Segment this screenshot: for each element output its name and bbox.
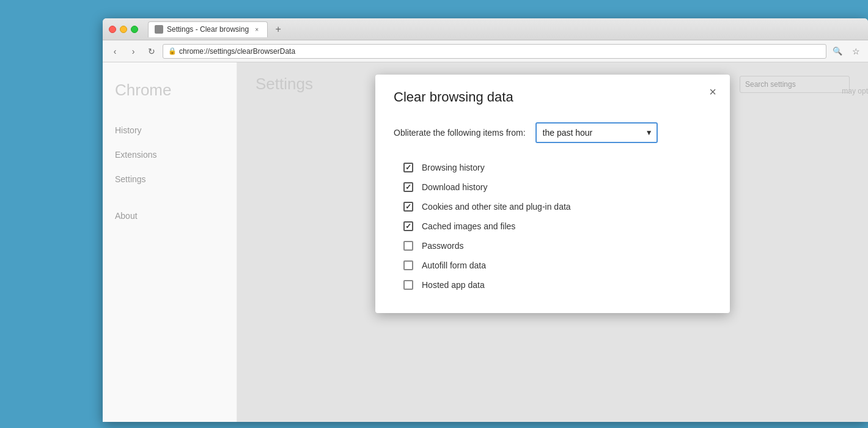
refresh-button[interactable]: ↻ (144, 44, 159, 59)
browsing-history-label: Browsing history (422, 163, 485, 172)
maximize-window-button[interactable] (131, 26, 138, 33)
passwords-label: Passwords (422, 241, 463, 251)
checkbox-row-passwords: Passwords (394, 236, 712, 256)
address-lock-icon: 🔒 (168, 47, 177, 55)
checkbox-row-hosted-app: Hosted app data (394, 275, 712, 295)
cookies-checkbox[interactable] (403, 202, 413, 212)
cached-images-label: Cached images and files (422, 221, 515, 231)
modal-title: Clear browsing data (394, 89, 712, 105)
hosted-app-label: Hosted app data (422, 280, 485, 290)
tab-close-button[interactable]: × (252, 25, 261, 34)
nav-bar: ‹ › ↻ 🔒 chrome://settings/clearBrowserDa… (103, 40, 868, 62)
sidebar-app-title: Chrome (103, 75, 237, 118)
search-button[interactable]: 🔍 (830, 44, 845, 59)
autofill-checkbox[interactable] (403, 260, 413, 270)
time-label: Obliterate the following items from: (394, 128, 526, 138)
main-area: Settings may opt Clear browsing data × O… (237, 62, 868, 422)
forward-button[interactable]: › (126, 44, 141, 59)
hosted-app-checkbox[interactable] (403, 280, 413, 290)
clear-browsing-modal: Clear browsing data × Obliterate the fol… (375, 75, 730, 313)
tab-favicon (155, 25, 163, 34)
minimize-window-button[interactable] (120, 26, 127, 33)
cookies-label: Cookies and other site and plug-in data (422, 202, 571, 212)
time-period-select[interactable]: the past hourthe past daythe past weekth… (535, 122, 658, 143)
sidebar-item-history[interactable]: History (103, 118, 237, 142)
time-select-wrapper: the past hourthe past daythe past weekth… (535, 122, 658, 143)
checkbox-row-cached-images: Cached images and files (394, 216, 712, 236)
checkbox-row-cookies: Cookies and other site and plug-in data (394, 197, 712, 216)
browsing-history-checkbox[interactable] (403, 163, 413, 172)
time-row: Obliterate the following items from: the… (394, 122, 712, 143)
new-tab-button[interactable]: + (270, 21, 286, 37)
sidebar-item-about[interactable]: About (103, 204, 237, 228)
bookmark-button[interactable]: ☆ (848, 44, 863, 59)
download-history-checkbox[interactable] (403, 182, 413, 192)
title-bar: Settings - Clear browsing × + (103, 18, 868, 40)
tab-title: Settings - Clear browsing (167, 25, 249, 34)
sidebar-item-settings[interactable]: Settings (103, 167, 237, 191)
checkbox-row-browsing-history: Browsing history (394, 158, 712, 177)
autofill-label: Autofill form data (422, 260, 486, 270)
modal-close-button[interactable]: × (705, 84, 720, 99)
close-window-button[interactable] (109, 26, 116, 33)
sidebar-item-extensions[interactable]: Extensions (103, 142, 237, 167)
checkbox-row-download-history: Download history (394, 177, 712, 197)
modal-overlay: Clear browsing data × Obliterate the fol… (237, 62, 868, 422)
sidebar: Chrome History Extensions Settings About (103, 62, 237, 422)
cached-images-checkbox[interactable] (403, 221, 413, 231)
address-text: chrome://settings/clearBrowserData (179, 47, 295, 56)
download-history-label: Download history (422, 182, 487, 192)
address-bar[interactable]: 🔒 chrome://settings/clearBrowserData (163, 44, 826, 59)
tab-area: Settings - Clear browsing × + (142, 21, 862, 37)
page-content: Chrome History Extensions Settings About… (103, 62, 868, 422)
checkbox-row-autofill: Autofill form data (394, 256, 712, 275)
browser-tab[interactable]: Settings - Clear browsing × (148, 21, 268, 37)
back-button[interactable]: ‹ (108, 44, 122, 59)
passwords-checkbox[interactable] (403, 241, 413, 251)
browser-window: Settings - Clear browsing × + ‹ › ↻ 🔒 ch… (103, 18, 868, 422)
